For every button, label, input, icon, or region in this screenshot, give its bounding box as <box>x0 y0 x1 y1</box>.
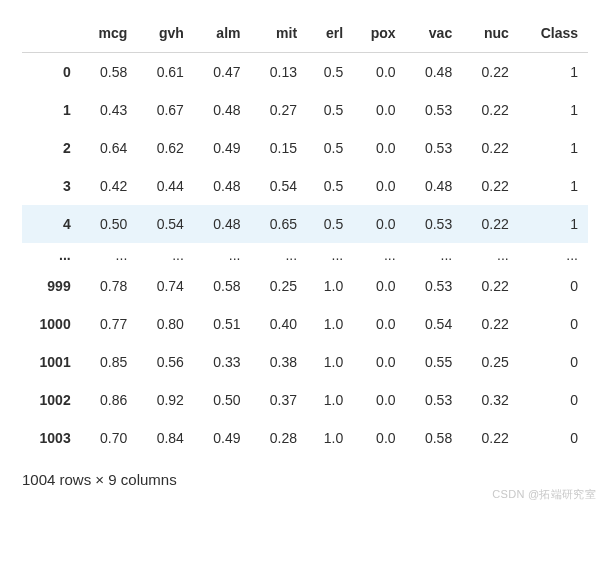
cell-nuc: 0.22 <box>462 419 519 457</box>
cell-pox: 0.0 <box>353 91 405 129</box>
cell-alm: 0.49 <box>194 129 251 167</box>
cell-vac: 0.54 <box>406 305 463 343</box>
cell-erl: 1.0 <box>307 381 353 419</box>
row-index: 4 <box>22 205 81 243</box>
cell-erl: 1.0 <box>307 343 353 381</box>
cell-mcg: 0.70 <box>81 419 138 457</box>
row-index: 1000 <box>22 305 81 343</box>
cell-mcg: 0.43 <box>81 91 138 129</box>
header-gvh: gvh <box>137 14 194 53</box>
header-nuc: nuc <box>462 14 519 53</box>
table-row: 10020.860.920.500.371.00.00.530.320 <box>22 381 588 419</box>
cell-mit: 0.65 <box>250 205 307 243</box>
cell-vac: 0.48 <box>406 53 463 92</box>
table-row: 10000.770.800.510.401.00.00.540.220 <box>22 305 588 343</box>
cell-nuc: ... <box>462 243 519 267</box>
cell-mit: 0.38 <box>250 343 307 381</box>
cell-class: ... <box>519 243 588 267</box>
cell-mcg: ... <box>81 243 138 267</box>
cell-erl: 0.5 <box>307 91 353 129</box>
cell-gvh: ... <box>137 243 194 267</box>
table-row: 20.640.620.490.150.50.00.530.221 <box>22 129 588 167</box>
cell-nuc: 0.22 <box>462 167 519 205</box>
cell-nuc: 0.22 <box>462 267 519 305</box>
row-index: 1003 <box>22 419 81 457</box>
cell-gvh: 0.74 <box>137 267 194 305</box>
cell-gvh: 0.92 <box>137 381 194 419</box>
cell-vac: ... <box>406 243 463 267</box>
header-row: mcg gvh alm mit erl pox vac nuc Class <box>22 14 588 53</box>
header-mcg: mcg <box>81 14 138 53</box>
row-index: 0 <box>22 53 81 92</box>
cell-vac: 0.58 <box>406 419 463 457</box>
table-row: 10.430.670.480.270.50.00.530.221 <box>22 91 588 129</box>
cell-pox: 0.0 <box>353 53 405 92</box>
cell-erl: 0.5 <box>307 205 353 243</box>
header-pox: pox <box>353 14 405 53</box>
cell-mcg: 0.50 <box>81 205 138 243</box>
cell-nuc: 0.22 <box>462 129 519 167</box>
header-alm: alm <box>194 14 251 53</box>
cell-nuc: 0.32 <box>462 381 519 419</box>
cell-gvh: 0.62 <box>137 129 194 167</box>
cell-alm: 0.50 <box>194 381 251 419</box>
cell-erl: 0.5 <box>307 167 353 205</box>
cell-alm: ... <box>194 243 251 267</box>
cell-gvh: 0.80 <box>137 305 194 343</box>
cell-mcg: 0.78 <box>81 267 138 305</box>
cell-pox: 0.0 <box>353 381 405 419</box>
cell-class: 1 <box>519 129 588 167</box>
cell-pox: ... <box>353 243 405 267</box>
cell-mit: 0.37 <box>250 381 307 419</box>
cell-erl: 1.0 <box>307 419 353 457</box>
table-row: 9990.780.740.580.251.00.00.530.220 <box>22 267 588 305</box>
dataframe-table: mcg gvh alm mit erl pox vac nuc Class 00… <box>22 14 588 457</box>
cell-mit: 0.28 <box>250 419 307 457</box>
cell-mit: 0.27 <box>250 91 307 129</box>
cell-vac: 0.55 <box>406 343 463 381</box>
cell-vac: 0.53 <box>406 205 463 243</box>
row-index: ... <box>22 243 81 267</box>
cell-gvh: 0.84 <box>137 419 194 457</box>
cell-nuc: 0.22 <box>462 91 519 129</box>
cell-pox: 0.0 <box>353 129 405 167</box>
cell-mit: 0.15 <box>250 129 307 167</box>
cell-alm: 0.58 <box>194 267 251 305</box>
cell-alm: 0.48 <box>194 205 251 243</box>
cell-mit: 0.13 <box>250 53 307 92</box>
cell-class: 1 <box>519 53 588 92</box>
cell-vac: 0.53 <box>406 129 463 167</box>
cell-nuc: 0.22 <box>462 53 519 92</box>
cell-mcg: 0.85 <box>81 343 138 381</box>
cell-pox: 0.0 <box>353 419 405 457</box>
cell-erl: 0.5 <box>307 53 353 92</box>
cell-mit: 0.40 <box>250 305 307 343</box>
cell-mit: 0.25 <box>250 267 307 305</box>
cell-erl: 1.0 <box>307 267 353 305</box>
cell-gvh: 0.56 <box>137 343 194 381</box>
table-row: 00.580.610.470.130.50.00.480.221 <box>22 53 588 92</box>
cell-pox: 0.0 <box>353 205 405 243</box>
cell-mcg: 0.42 <box>81 167 138 205</box>
cell-nuc: 0.22 <box>462 205 519 243</box>
header-index <box>22 14 81 53</box>
cell-alm: 0.51 <box>194 305 251 343</box>
dataframe-shape-summary: 1004 rows × 9 columns <box>22 471 588 488</box>
cell-class: 0 <box>519 343 588 381</box>
cell-gvh: 0.67 <box>137 91 194 129</box>
table-body: 00.580.610.470.130.50.00.480.22110.430.6… <box>22 53 588 458</box>
cell-erl: 0.5 <box>307 129 353 167</box>
cell-nuc: 0.25 <box>462 343 519 381</box>
row-index: 1001 <box>22 343 81 381</box>
table-row-ellipsis: .............................. <box>22 243 588 267</box>
header-class: Class <box>519 14 588 53</box>
cell-pox: 0.0 <box>353 305 405 343</box>
cell-mcg: 0.86 <box>81 381 138 419</box>
row-index: 999 <box>22 267 81 305</box>
cell-class: 0 <box>519 419 588 457</box>
header-vac: vac <box>406 14 463 53</box>
cell-mcg: 0.58 <box>81 53 138 92</box>
cell-alm: 0.48 <box>194 91 251 129</box>
cell-class: 1 <box>519 205 588 243</box>
cell-gvh: 0.44 <box>137 167 194 205</box>
